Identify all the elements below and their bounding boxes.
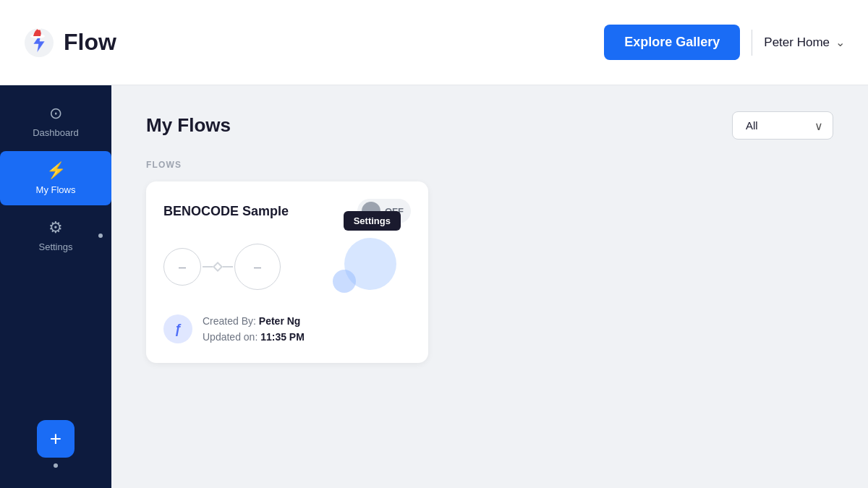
app-title: Flow [64, 29, 116, 56]
card-footer: ƒ Created By: Peter Ng Updated on: 11:35… [163, 313, 411, 346]
sidebar-item-my-flows[interactable]: ⚡ My Flows [0, 151, 111, 205]
sidebar-item-settings[interactable]: ⚙ Settings [0, 208, 111, 262]
filter-select[interactable]: All [732, 111, 833, 140]
flow-diagram: – – Settings [163, 238, 411, 296]
add-flow-wrapper: + [37, 408, 75, 479]
node-dash-2: – [254, 260, 261, 275]
bubble-small [333, 270, 356, 293]
app-logo-icon [23, 27, 55, 59]
explore-gallery-button[interactable]: Explore Gallery [604, 25, 740, 60]
user-name-label: Peter Home [764, 35, 830, 50]
header-right: Explore Gallery Peter Home ⌄ [604, 25, 845, 60]
flow-card: BENOCODE Sample OFF – – [146, 181, 428, 363]
connector-line-1 [203, 266, 213, 267]
flows-icon: ⚡ [46, 161, 66, 180]
updated-time: 11:35 PM [260, 331, 305, 343]
created-by-line: Created By: Peter Ng [203, 313, 305, 329]
flows-section-label: FLOWS [146, 160, 833, 170]
creator-name: Peter Ng [259, 315, 301, 327]
header-divider [752, 30, 752, 56]
main-layout: ⊙ Dashboard ⚡ My Flows ⚙ Settings + My F… [0, 85, 868, 488]
header-left: Flow [23, 27, 116, 59]
page-title: My Flows [146, 114, 231, 137]
filter-select-wrapper[interactable]: All [732, 111, 833, 140]
card-meta: Created By: Peter Ng Updated on: 11:35 P… [203, 313, 305, 346]
sidebar-label-dashboard: Dashboard [33, 127, 79, 138]
content-header: My Flows All [146, 111, 833, 140]
creator-avatar: ƒ [163, 314, 192, 343]
chevron-down-icon: ⌄ [835, 35, 845, 49]
settings-notification-dot [98, 234, 103, 238]
sidebar: ⊙ Dashboard ⚡ My Flows ⚙ Settings + [0, 85, 111, 488]
sidebar-label-settings: Settings [39, 241, 73, 252]
card-title: BENOCODE Sample [163, 204, 289, 219]
flow-node-start: – [163, 248, 201, 286]
dashboard-icon: ⊙ [49, 104, 62, 123]
flow-connector-1 [203, 263, 233, 270]
settings-tooltip[interactable]: Settings [344, 211, 401, 231]
bubble-decoration [331, 238, 396, 296]
created-by-prefix: Created By: [203, 315, 259, 327]
sidebar-label-my-flows: My Flows [36, 184, 76, 195]
user-menu[interactable]: Peter Home ⌄ [764, 35, 845, 50]
connector-line-2 [223, 266, 233, 267]
settings-icon: ⚙ [48, 218, 63, 237]
updated-line: Updated on: 11:35 PM [203, 329, 305, 345]
add-flow-button[interactable]: + [37, 420, 75, 458]
header: Flow Explore Gallery Peter Home ⌄ [0, 0, 868, 85]
flow-node-middle: – [234, 244, 281, 290]
sidebar-item-dashboard[interactable]: ⊙ Dashboard [0, 94, 111, 148]
main-content: My Flows All FLOWS BENOCODE Sample OFF – [111, 85, 868, 488]
node-dash-1: – [179, 260, 186, 275]
add-dot [54, 463, 58, 468]
updated-prefix: Updated on: [203, 331, 260, 343]
connector-diamond [213, 262, 223, 272]
